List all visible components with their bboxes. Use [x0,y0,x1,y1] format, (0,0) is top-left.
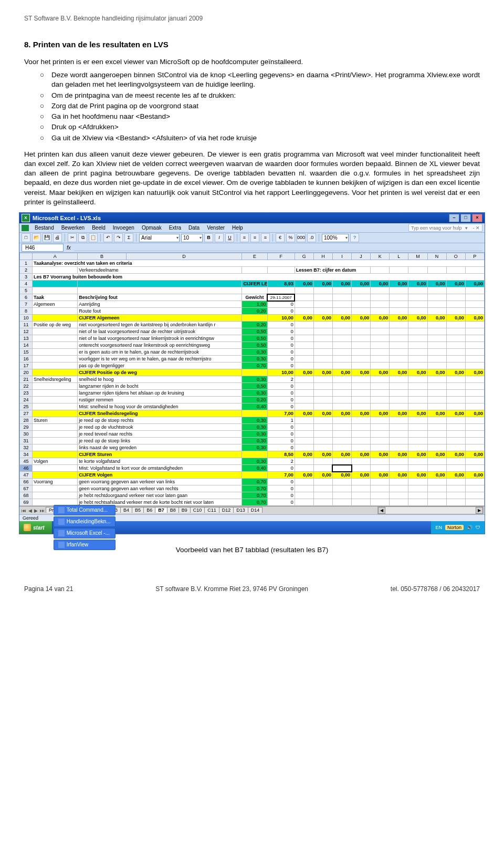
sheet-tab-b8[interactable]: B8 [167,507,179,513]
cell[interactable] [295,356,313,363]
cell[interactable] [390,287,408,294]
tab-nav-last-icon[interactable]: ⏭ [39,508,46,513]
row-header[interactable]: 68 [20,492,33,499]
cell[interactable] [371,294,390,301]
cell[interactable] [352,294,371,301]
row-header[interactable]: 45 [20,458,33,465]
cell[interactable]: 0,00 [313,410,332,417]
inc-decimal-icon[interactable]: .0 [307,233,316,242]
cell[interactable]: 0,70 [242,363,267,369]
cell[interactable] [242,287,267,294]
cell[interactable]: Mist: snelheid te hoog voor de omstandig… [78,403,242,410]
cell[interactable] [446,458,465,465]
cell[interactable] [408,322,427,328]
cell[interactable] [390,322,408,328]
cell[interactable] [427,301,446,308]
cell[interactable]: 0,00 [295,315,313,322]
cell[interactable] [408,383,427,390]
cell[interactable] [313,444,332,451]
cell[interactable] [427,492,446,499]
taskbar-item[interactable]: Microsoft Excel -... [54,528,116,539]
row-header[interactable]: 21 [20,376,33,383]
cell[interactable]: Gewicht [242,294,267,301]
cell[interactable] [427,397,446,403]
cell[interactable] [371,431,390,438]
cell[interactable] [295,499,313,506]
cell[interactable] [295,328,313,335]
cell[interactable] [446,342,465,349]
cell[interactable] [408,465,427,472]
cell[interactable]: 0,00 [408,281,427,287]
cell[interactable]: 0,00 [295,281,313,287]
cell[interactable]: Voorrang [33,479,78,485]
cell[interactable]: 0,20 [242,397,267,403]
cell[interactable] [295,308,313,315]
cell[interactable] [267,287,295,294]
cell[interactable]: 0,00 [390,472,408,479]
cell[interactable]: je hebt rechtdoorgaand verkeer niet voor… [78,492,242,499]
cell[interactable] [371,267,390,274]
spreadsheet-grid[interactable]: ABDEFGHIJKLMNOP 1Taakanalyse: overzicht … [19,253,485,506]
cell[interactable] [465,349,484,356]
cell[interactable] [427,356,446,363]
cell[interactable] [465,322,484,328]
menu-venster[interactable]: Venster [203,224,228,232]
cell[interactable] [408,444,427,451]
cell[interactable]: 0,00 [332,451,351,458]
cell[interactable]: 0,00 [465,281,484,287]
name-box[interactable]: H46 [22,244,64,252]
cell[interactable] [352,335,371,342]
cell[interactable] [427,479,446,485]
cell[interactable] [33,444,78,451]
cell[interactable]: 0,00 [427,281,446,287]
cell[interactable] [332,363,351,369]
cell[interactable] [390,403,408,410]
cell[interactable] [371,485,390,492]
cell[interactable] [332,356,351,363]
col-header[interactable]: E [242,253,267,260]
cell[interactable] [390,308,408,315]
cell[interactable] [313,499,332,506]
cell[interactable] [313,376,332,383]
col-header[interactable]: J [352,253,371,260]
col-header[interactable]: I [332,253,351,260]
menu-extra[interactable]: Extra [165,224,185,232]
cell[interactable] [427,403,446,410]
cell[interactable] [465,328,484,335]
col-header[interactable]: O [446,253,465,260]
cell[interactable] [352,479,371,485]
cell[interactable] [33,485,78,492]
sheet-tab-d14[interactable]: D14 [248,507,263,513]
cell[interactable] [465,342,484,349]
cell[interactable] [332,492,351,499]
cell[interactable] [313,492,332,499]
cell[interactable] [408,294,427,301]
cell[interactable] [313,287,332,294]
cell[interactable] [33,431,78,438]
cell[interactable] [390,294,408,301]
cell[interactable] [465,363,484,369]
cell[interactable]: Taak [33,294,78,301]
cell[interactable]: Algemeen [33,301,78,308]
copy-icon[interactable]: ⧉ [78,233,87,242]
cell[interactable] [390,458,408,465]
cell[interactable]: 0 [267,328,295,335]
cell[interactable]: pas op de tegenligger [78,363,242,369]
cell[interactable] [446,424,465,431]
cell[interactable] [446,322,465,328]
cell[interactable]: je reed op de stoep links [78,438,242,444]
cell[interactable]: Sturen [33,417,78,424]
cell[interactable] [352,322,371,328]
cell[interactable] [465,294,484,301]
cell[interactable]: 0,00 [408,451,427,458]
cell[interactable] [352,301,371,308]
print-icon[interactable]: 🖨 [53,233,62,242]
cell[interactable]: 0,00 [390,281,408,287]
cell[interactable]: 0,40 [242,465,267,472]
cell[interactable] [427,465,446,472]
cell[interactable] [446,301,465,308]
cell[interactable]: 1,00 [242,301,267,308]
cell[interactable]: 0,00 [446,315,465,322]
cell[interactable] [446,383,465,390]
tab-nav-prev-icon[interactable]: ◀ [27,508,33,513]
